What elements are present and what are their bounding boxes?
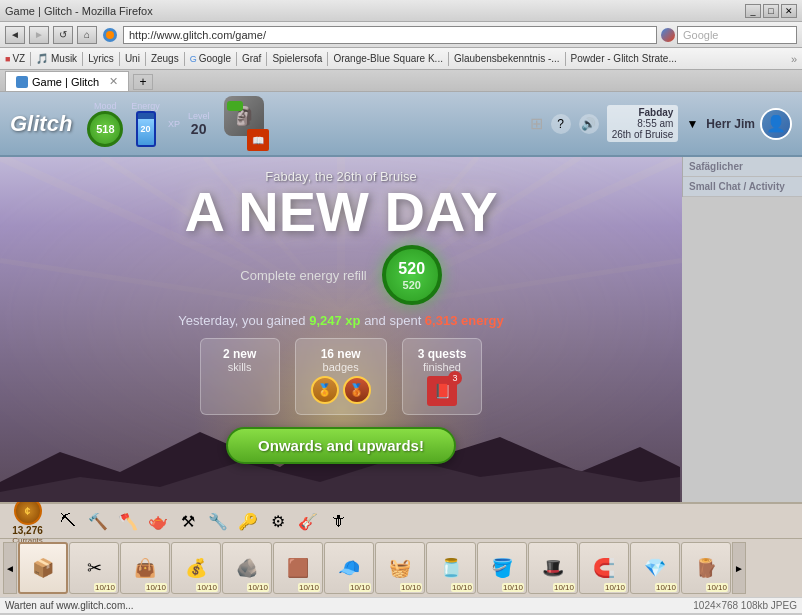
inv-count-3: 10/10: [196, 583, 218, 592]
xp-spent-row: Yesterday, you gained 9,247 xp and spent…: [178, 313, 503, 328]
bookmark-powder[interactable]: Powder - Glitch Strate...: [571, 53, 677, 64]
avatar-area: 🗿 📖: [219, 96, 269, 151]
tool-teapot[interactable]: 🫖: [144, 507, 172, 535]
help-icon[interactable]: ?: [551, 114, 571, 134]
username-block[interactable]: Herr Jim 👤: [706, 108, 792, 140]
inv-nav-right[interactable]: ►: [732, 542, 746, 594]
tab-game-glitch[interactable]: Game | Glitch ✕: [5, 71, 129, 91]
glitch-logo: Glitch: [10, 111, 72, 137]
bookmark-orange[interactable]: Orange-Blue Square K...: [333, 53, 443, 64]
inv-slot-13[interactable]: 🪵 10/10: [681, 542, 731, 594]
statusbar-text: Warten auf www.glitch.com...: [5, 600, 134, 611]
bookmark-google[interactable]: G Google: [190, 53, 231, 64]
header-dropdown-icon[interactable]: ▼: [686, 117, 698, 131]
game-header: Glitch Mood 518 Energy 20 XP Level 20: [0, 92, 802, 157]
address-bar[interactable]: http://www.glitch.com/game/: [123, 26, 657, 44]
badges-value: 16 new: [311, 347, 371, 361]
bookmark-sep-4: [145, 52, 146, 66]
inv-slot-2[interactable]: 👜 10/10: [120, 542, 170, 594]
inv-count-1: 10/10: [94, 583, 116, 592]
bookmark-sep-5: [184, 52, 185, 66]
sidebar-toggle-icon[interactable]: ⊞: [530, 114, 543, 133]
browser-titlebar: Game | Glitch - Mozilla Firefox _ □ ✕: [0, 0, 802, 22]
quests-book-icon: 📕 3: [427, 376, 457, 406]
inv-icon-0: 📦: [32, 557, 54, 579]
inventory-bottom: ◄ 📦 ✂ 10/10 👜 10/10 💰 10/10 🪨 10/10: [0, 539, 802, 597]
inv-slot-3[interactable]: 💰 10/10: [171, 542, 221, 594]
inv-count-6: 10/10: [349, 583, 371, 592]
tool-key[interactable]: 🔑: [234, 507, 262, 535]
inv-slot-0[interactable]: 📦: [18, 542, 68, 594]
onwards-button[interactable]: Onwards and upwards!: [226, 427, 456, 464]
inv-nav-left[interactable]: ◄: [3, 542, 17, 594]
level-block: Level 20: [188, 111, 210, 137]
inventory-top: ¢ 13,276 Currants ⛏ 🔨 🪓 🫖 ⚒ 🔧 🔑 ⚙ 🎸 🗡: [0, 504, 802, 539]
bookmark-uni[interactable]: Uni: [125, 53, 140, 64]
inv-slot-4[interactable]: 🪨 10/10: [222, 542, 272, 594]
inv-slot-11[interactable]: 🧲 10/10: [579, 542, 629, 594]
bookmark-graf[interactable]: Graf: [242, 53, 261, 64]
tool-wrench[interactable]: 🔧: [204, 507, 232, 535]
inv-icon-7: 🧺: [389, 557, 411, 579]
tool-gear[interactable]: ⚙: [264, 507, 292, 535]
energy-spent-value: 6,313 energy: [425, 313, 504, 328]
inv-icon-8: 🫙: [440, 557, 462, 579]
user-avatar-img: 👤: [762, 110, 790, 138]
inv-slot-7[interactable]: 🧺 10/10: [375, 542, 425, 594]
bookmark-spielersofa[interactable]: Spielersofa: [272, 53, 322, 64]
inv-icon-9: 🪣: [491, 557, 513, 579]
reload-button[interactable]: ↺: [53, 26, 73, 44]
bookmark-sep-2: [82, 52, 83, 66]
stats-row: 2 new skills 16 new badges 🏅 🥉 3 quests …: [200, 338, 483, 415]
datetime-block: Fabday 8:55 am 26th of Bruise: [607, 105, 679, 142]
address-text: http://www.glitch.com/game/: [129, 29, 266, 41]
currents-value: 13,276: [12, 525, 43, 536]
tool-sword[interactable]: 🗡: [324, 507, 352, 535]
mood-value: 518: [96, 123, 114, 135]
energy-block: Energy 20: [131, 101, 160, 147]
inv-slot-1[interactable]: ✂ 10/10: [69, 542, 119, 594]
tool-axe[interactable]: 🪓: [114, 507, 142, 535]
badge-icons: 🏅 🥉: [311, 376, 371, 404]
bookmark-musik[interactable]: 🎵 Musik: [36, 53, 77, 64]
tool-pick2[interactable]: ⚒: [174, 507, 202, 535]
sidebar-safag: Safäglicher: [683, 157, 802, 177]
back-button[interactable]: ◄: [5, 26, 25, 44]
inv-slot-12[interactable]: 💎 10/10: [630, 542, 680, 594]
minimize-button[interactable]: _: [745, 4, 761, 18]
inv-slot-6[interactable]: 🧢 10/10: [324, 542, 374, 594]
inv-slot-9[interactable]: 🪣 10/10: [477, 542, 527, 594]
bookmark-lyrics[interactable]: Lyrics: [88, 53, 114, 64]
tool-music[interactable]: 🎸: [294, 507, 322, 535]
close-button[interactable]: ✕: [781, 4, 797, 18]
search-input[interactable]: Google: [677, 26, 797, 44]
tool-pick[interactable]: ⛏: [54, 507, 82, 535]
new-tab-button[interactable]: +: [133, 74, 153, 90]
tab-close-icon[interactable]: ✕: [109, 75, 118, 88]
home-button[interactable]: ⌂: [77, 26, 97, 44]
skills-label: skills: [216, 361, 264, 373]
tool-hammer[interactable]: 🔨: [84, 507, 112, 535]
bookmark-vz[interactable]: ■VZ: [5, 53, 25, 64]
avatar-hat: [227, 101, 243, 111]
inv-slot-10[interactable]: 🎩 10/10: [528, 542, 578, 594]
inv-slot-8[interactable]: 🫙 10/10: [426, 542, 476, 594]
xp-block: XP: [168, 119, 180, 129]
forward-button[interactable]: ►: [29, 26, 49, 44]
maximize-button[interactable]: □: [763, 4, 779, 18]
level-value: 20: [191, 121, 207, 137]
bookmark-zeugs[interactable]: Zeugs: [151, 53, 179, 64]
inv-count-8: 10/10: [451, 583, 473, 592]
mood-label: Mood: [94, 101, 117, 111]
bookmarks-bar: ■VZ 🎵 Musik Lyrics Uni Zeugs G Google Gr…: [0, 48, 802, 70]
search-placeholder: Google: [683, 29, 718, 41]
bookmarks-more[interactable]: »: [791, 53, 797, 65]
inv-slot-5[interactable]: 🟫 10/10: [273, 542, 323, 594]
datetime-time: 8:55 am: [612, 118, 674, 129]
sound-icon[interactable]: 🔊: [579, 114, 599, 134]
bookmark-glaub[interactable]: Glaubensbekenntnis -...: [454, 53, 560, 64]
bookmark-sep-6: [236, 52, 237, 66]
inv-count-4: 10/10: [247, 583, 269, 592]
xp-and-text: and spent: [364, 313, 425, 328]
datetime-fabday: Fabday: [612, 107, 674, 118]
